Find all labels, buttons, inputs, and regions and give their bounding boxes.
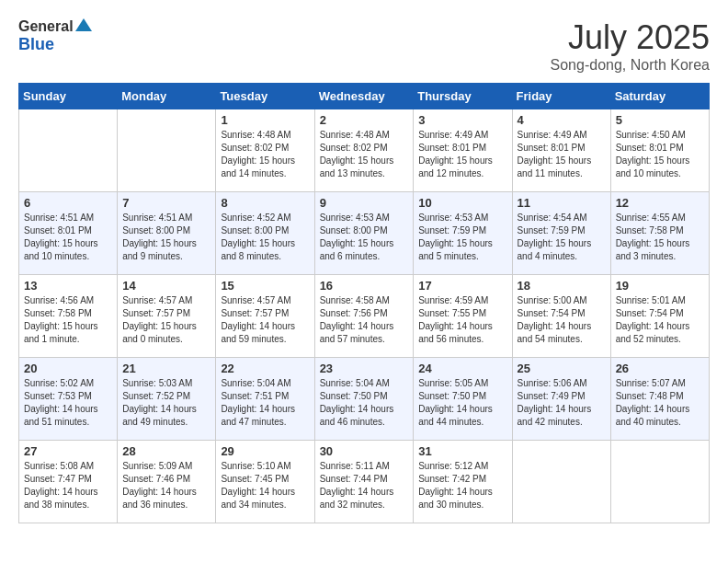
calendar-cell: 2Sunrise: 4:48 AM Sunset: 8:02 PM Daylig… (314, 109, 414, 192)
calendar-week-row: 20Sunrise: 5:02 AM Sunset: 7:53 PM Dayli… (19, 358, 710, 441)
day-number: 24 (418, 362, 506, 375)
day-info: Sunrise: 4:53 AM Sunset: 7:59 PM Dayligh… (418, 212, 506, 263)
calendar-cell: 19Sunrise: 5:01 AM Sunset: 7:54 PM Dayli… (610, 275, 709, 358)
calendar-cell: 11Sunrise: 4:54 AM Sunset: 7:59 PM Dayli… (512, 192, 610, 275)
logo-general-text: General (18, 18, 74, 35)
calendar-cell: 10Sunrise: 4:53 AM Sunset: 7:59 PM Dayli… (414, 192, 512, 275)
day-info: Sunrise: 4:49 AM Sunset: 8:01 PM Dayligh… (518, 129, 606, 180)
day-info: Sunrise: 5:05 AM Sunset: 7:50 PM Dayligh… (418, 377, 506, 429)
calendar-cell (610, 441, 709, 523)
calendar-cell: 15Sunrise: 4:57 AM Sunset: 7:57 PM Dayli… (216, 275, 314, 358)
calendar-cell: 21Sunrise: 5:03 AM Sunset: 7:52 PM Dayli… (118, 358, 216, 441)
day-info: Sunrise: 5:00 AM Sunset: 7:54 PM Dayligh… (518, 294, 606, 346)
calendar-cell: 5Sunrise: 4:50 AM Sunset: 8:01 PM Daylig… (610, 109, 709, 192)
day-number: 17 (418, 279, 506, 293)
day-info: Sunrise: 4:52 AM Sunset: 8:00 PM Dayligh… (221, 212, 309, 263)
day-number: 6 (24, 196, 112, 210)
weekday-header: Sunday (19, 84, 118, 109)
calendar-cell (118, 109, 216, 192)
calendar-cell: 29Sunrise: 5:10 AM Sunset: 7:45 PM Dayli… (216, 441, 314, 523)
page-header: General Blue July 2025 Song-dong, North … (18, 18, 710, 74)
calendar-cell: 17Sunrise: 4:59 AM Sunset: 7:55 PM Dayli… (414, 275, 512, 358)
day-info: Sunrise: 4:51 AM Sunset: 8:01 PM Dayligh… (24, 212, 112, 263)
day-info: Sunrise: 4:53 AM Sunset: 8:00 PM Dayligh… (320, 212, 409, 263)
weekday-header: Tuesday (216, 84, 314, 109)
day-number: 12 (616, 196, 704, 210)
day-number: 18 (518, 279, 606, 293)
calendar-cell: 31Sunrise: 5:12 AM Sunset: 7:42 PM Dayli… (414, 441, 512, 523)
day-info: Sunrise: 4:59 AM Sunset: 7:55 PM Dayligh… (418, 294, 506, 346)
calendar-cell: 18Sunrise: 5:00 AM Sunset: 7:54 PM Dayli… (512, 275, 610, 358)
calendar-cell: 3Sunrise: 4:49 AM Sunset: 8:01 PM Daylig… (414, 109, 512, 192)
day-number: 26 (616, 362, 704, 375)
weekday-header: Saturday (610, 84, 709, 109)
calendar-cell: 20Sunrise: 5:02 AM Sunset: 7:53 PM Dayli… (19, 358, 118, 441)
day-number: 3 (418, 113, 506, 127)
day-number: 11 (518, 196, 606, 210)
weekday-header: Thursday (414, 84, 512, 109)
day-info: Sunrise: 4:49 AM Sunset: 8:01 PM Dayligh… (418, 129, 506, 180)
day-number: 19 (616, 279, 704, 293)
svg-marker-0 (75, 18, 92, 31)
calendar-cell: 27Sunrise: 5:08 AM Sunset: 7:47 PM Dayli… (19, 441, 118, 523)
title-area: July 2025 Song-dong, North Korea (551, 18, 710, 74)
day-number: 1 (221, 113, 309, 127)
calendar-cell: 1Sunrise: 4:48 AM Sunset: 8:02 PM Daylig… (216, 109, 314, 192)
day-number: 31 (418, 444, 506, 458)
day-info: Sunrise: 4:57 AM Sunset: 7:57 PM Dayligh… (122, 294, 210, 346)
day-info: Sunrise: 5:02 AM Sunset: 7:53 PM Dayligh… (24, 377, 112, 429)
calendar-cell: 28Sunrise: 5:09 AM Sunset: 7:46 PM Dayli… (118, 441, 216, 523)
day-number: 2 (320, 113, 409, 127)
calendar-cell: 30Sunrise: 5:11 AM Sunset: 7:44 PM Dayli… (314, 441, 414, 523)
calendar-cell (19, 109, 118, 192)
day-number: 5 (616, 113, 704, 127)
calendar-week-row: 13Sunrise: 4:56 AM Sunset: 7:58 PM Dayli… (19, 275, 710, 358)
day-number: 16 (320, 279, 409, 293)
day-number: 8 (221, 196, 309, 210)
day-info: Sunrise: 5:01 AM Sunset: 7:54 PM Dayligh… (616, 294, 704, 346)
calendar-cell: 6Sunrise: 4:51 AM Sunset: 8:01 PM Daylig… (19, 192, 118, 275)
weekday-header: Monday (118, 84, 216, 109)
location: Song-dong, North Korea (551, 57, 710, 74)
day-info: Sunrise: 4:58 AM Sunset: 7:56 PM Dayligh… (320, 294, 409, 346)
day-info: Sunrise: 5:07 AM Sunset: 7:48 PM Dayligh… (616, 377, 704, 429)
day-info: Sunrise: 4:50 AM Sunset: 8:01 PM Dayligh… (616, 129, 704, 180)
day-info: Sunrise: 5:04 AM Sunset: 7:51 PM Dayligh… (221, 377, 309, 429)
day-number: 28 (122, 444, 210, 458)
calendar-cell: 4Sunrise: 4:49 AM Sunset: 8:01 PM Daylig… (512, 109, 610, 192)
calendar-table: SundayMondayTuesdayWednesdayThursdayFrid… (18, 83, 710, 523)
day-info: Sunrise: 4:54 AM Sunset: 7:59 PM Dayligh… (518, 212, 606, 263)
calendar-week-row: 6Sunrise: 4:51 AM Sunset: 8:01 PM Daylig… (19, 192, 710, 275)
day-info: Sunrise: 5:08 AM Sunset: 7:47 PM Dayligh… (24, 460, 112, 511)
day-info: Sunrise: 5:10 AM Sunset: 7:45 PM Dayligh… (221, 460, 309, 511)
day-info: Sunrise: 5:03 AM Sunset: 7:52 PM Dayligh… (122, 377, 210, 429)
day-number: 13 (24, 279, 112, 293)
logo-icon (75, 17, 92, 33)
calendar-cell: 22Sunrise: 5:04 AM Sunset: 7:51 PM Dayli… (216, 358, 314, 441)
calendar-cell (512, 441, 610, 523)
calendar-cell: 9Sunrise: 4:53 AM Sunset: 8:00 PM Daylig… (314, 192, 414, 275)
day-info: Sunrise: 5:11 AM Sunset: 7:44 PM Dayligh… (320, 460, 409, 511)
day-info: Sunrise: 5:12 AM Sunset: 7:42 PM Dayligh… (418, 460, 506, 511)
day-number: 22 (221, 362, 309, 375)
calendar-cell: 23Sunrise: 5:04 AM Sunset: 7:50 PM Dayli… (314, 358, 414, 441)
day-number: 10 (418, 196, 506, 210)
calendar-cell: 12Sunrise: 4:55 AM Sunset: 7:58 PM Dayli… (610, 192, 709, 275)
day-number: 23 (320, 362, 409, 375)
weekday-header-row: SundayMondayTuesdayWednesdayThursdayFrid… (19, 84, 710, 109)
day-number: 20 (24, 362, 112, 375)
day-info: Sunrise: 5:09 AM Sunset: 7:46 PM Dayligh… (122, 460, 210, 511)
day-info: Sunrise: 4:55 AM Sunset: 7:58 PM Dayligh… (616, 212, 704, 263)
day-info: Sunrise: 4:48 AM Sunset: 8:02 PM Dayligh… (221, 129, 309, 180)
calendar-cell: 7Sunrise: 4:51 AM Sunset: 8:00 PM Daylig… (118, 192, 216, 275)
day-number: 4 (518, 113, 606, 127)
logo: General Blue (18, 18, 92, 54)
calendar-cell: 8Sunrise: 4:52 AM Sunset: 8:00 PM Daylig… (216, 192, 314, 275)
day-info: Sunrise: 5:04 AM Sunset: 7:50 PM Dayligh… (320, 377, 409, 429)
calendar-cell: 16Sunrise: 4:58 AM Sunset: 7:56 PM Dayli… (314, 275, 414, 358)
calendar-cell: 25Sunrise: 5:06 AM Sunset: 7:49 PM Dayli… (512, 358, 610, 441)
calendar-week-row: 27Sunrise: 5:08 AM Sunset: 7:47 PM Dayli… (19, 441, 710, 523)
day-number: 29 (221, 444, 309, 458)
day-number: 7 (122, 196, 210, 210)
day-number: 15 (221, 279, 309, 293)
